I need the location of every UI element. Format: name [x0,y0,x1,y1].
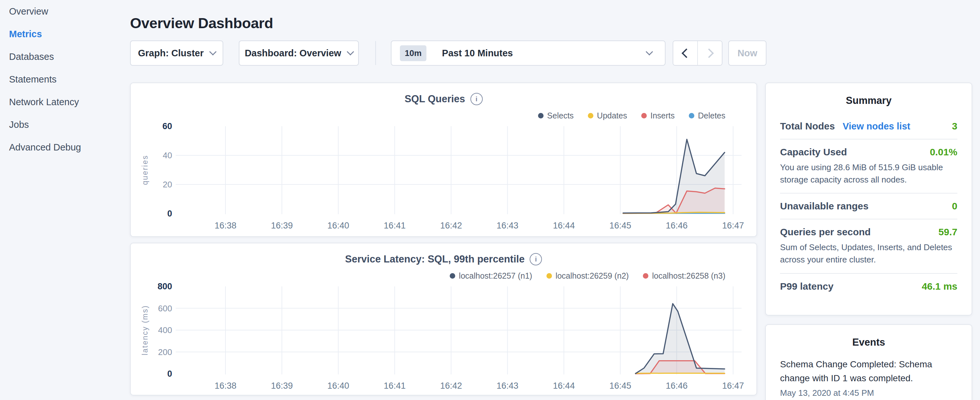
sidebar-item-jobs[interactable]: Jobs [0,113,29,136]
svg-text:16:44: 16:44 [553,221,575,230]
chart-title: Service Latency: SQL, 99th percentile [345,253,525,265]
svg-text:latency (ms): latency (ms) [141,305,149,355]
summary-row-top: Capacity Used0.01% [780,147,957,158]
time-range-dropdown[interactable]: 10m Past 10 Minutes [391,40,665,66]
chart-legend: localhost:26257 (n1)localhost:26259 (n2)… [450,271,725,280]
legend-label: localhost:26259 (n2) [555,271,629,280]
summary-row-top: Queries per second59.7 [780,226,957,237]
info-icon[interactable] [471,93,483,105]
legend-label: localhost:26258 (n3) [652,271,725,280]
summary-label: P99 latency [780,281,834,292]
event-text: Schema Change Completed: Schema change w… [780,357,957,386]
legend-dot-icon [641,113,647,118]
svg-text:16:47: 16:47 [722,381,744,390]
now-button[interactable]: Now [728,40,767,66]
chevron-right-icon [704,48,714,58]
legend-label: localhost:26257 (n1) [459,271,532,280]
chart-title-row: SQL Queries [131,93,756,105]
sidebar-item-databases[interactable]: Databases [0,45,54,68]
summary-value: 59.7 [939,226,957,237]
legend-label: Deletes [698,111,725,120]
sidebar-item-overview[interactable]: Overview [0,0,48,23]
summary-value: 46.1 ms [922,281,957,292]
service-latency-chart-card: Service Latency: SQL, 99th percentile lo… [130,243,757,395]
legend-dot-icon [689,113,694,118]
sidebar-item-network-latency[interactable]: Network Latency [0,91,79,113]
svg-text:16:38: 16:38 [215,381,237,390]
chevron-down-icon [646,48,653,56]
summary-label: Queries per second [780,226,871,237]
svg-text:20: 20 [163,180,172,189]
graph-dropdown[interactable]: Graph: Cluster [130,40,223,66]
chevron-down-icon [209,48,216,56]
svg-text:16:45: 16:45 [609,381,631,390]
chevron-left-icon [681,48,691,58]
svg-text:0: 0 [167,369,172,379]
next-range-button[interactable] [698,41,722,65]
svg-text:16:38: 16:38 [215,221,237,230]
svg-text:200: 200 [158,347,172,357]
legend-label: Updates [597,111,627,120]
dashboard-dropdown-label: Dashboard: Overview [245,48,341,59]
summary-title: Summary [780,95,957,107]
summary-panel: Summary Total NodesView nodes list3Capac… [765,83,972,316]
summary-row: Total NodesView nodes list3 [780,113,957,139]
svg-text:16:46: 16:46 [666,381,688,390]
view-nodes-link[interactable]: View nodes list [843,121,910,132]
events-title: Events [780,336,957,348]
svg-text:0: 0 [167,209,172,218]
summary-label: Capacity Used [780,147,847,158]
chart-title: SQL Queries [404,93,465,105]
summary-row-top: Total NodesView nodes list3 [780,121,957,132]
prev-range-button[interactable] [673,41,697,65]
svg-text:16:39: 16:39 [271,381,293,390]
legend-item[interactable]: Selects [538,111,574,120]
summary-row: P99 latency46.1 ms [780,274,957,299]
legend-item[interactable]: Inserts [641,111,675,120]
summary-value: 0.01% [930,147,957,158]
legend-item[interactable]: Deletes [689,111,725,120]
legend-dot-icon [588,113,593,118]
svg-text:800: 800 [158,282,172,291]
svg-text:16:45: 16:45 [609,221,631,230]
legend-item[interactable]: localhost:26257 (n1) [450,271,532,280]
dashboard-dropdown[interactable]: Dashboard: Overview [239,40,359,66]
svg-text:16:40: 16:40 [328,381,349,390]
summary-rows: Total NodesView nodes list3Capacity Used… [780,113,957,299]
svg-text:600: 600 [158,304,172,313]
svg-text:16:39: 16:39 [271,221,293,230]
legend-label: Inserts [650,111,675,120]
svg-text:40: 40 [163,150,172,160]
legend-label: Selects [547,111,574,120]
svg-text:16:42: 16:42 [440,221,462,230]
info-icon[interactable] [530,253,542,265]
svg-text:16:47: 16:47 [722,221,744,230]
chart-plot: 020040060080016:3816:3916:4016:4116:4216… [131,243,757,395]
summary-row: Capacity Used0.01%You are using 28.6 MiB… [780,139,957,193]
sidebar-item-statements[interactable]: Statements [0,68,57,91]
time-pager [673,40,722,66]
legend-item[interactable]: localhost:26259 (n2) [546,271,629,280]
sidebar-item-advanced-debug[interactable]: Advanced Debug [0,136,81,159]
graph-dropdown-label: Graph: Cluster [138,48,204,59]
svg-text:queries: queries [141,155,149,185]
svg-text:16:41: 16:41 [384,221,406,230]
svg-text:16:41: 16:41 [384,381,406,390]
summary-value: 3 [952,121,957,132]
events-list: Schema Change Completed: Schema change w… [780,357,957,398]
chart-plot: 020406016:3816:3916:4016:4116:4216:4316:… [131,83,757,236]
svg-text:60: 60 [162,121,172,131]
summary-value: 0 [952,201,957,212]
sidebar-item-metrics[interactable]: Metrics [0,23,42,45]
events-panel: Events Schema Change Completed: Schema c… [765,324,972,400]
svg-text:16:46: 16:46 [666,221,688,230]
legend-item[interactable]: localhost:26258 (n3) [643,271,725,280]
legend-item[interactable]: Updates [588,111,627,120]
summary-label: Unavailable ranges [780,201,869,212]
svg-text:16:40: 16:40 [328,221,349,230]
summary-description: You are using 28.6 MiB of 515.9 GiB usab… [780,161,957,186]
page-title: Overview Dashboard [130,15,273,32]
summary-description: Sum of Selects, Updates, Inserts, and De… [780,241,957,266]
legend-dot-icon [643,273,648,279]
svg-text:16:44: 16:44 [553,381,575,390]
